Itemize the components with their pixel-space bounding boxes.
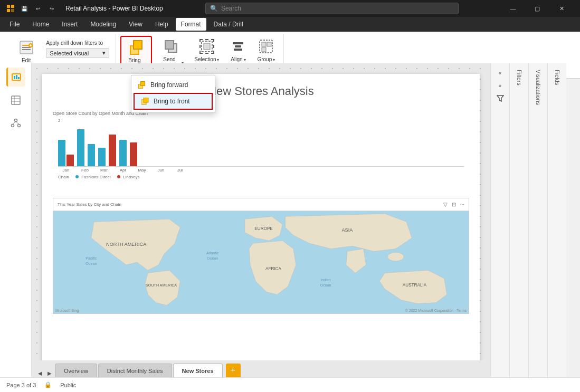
menu-file[interactable]: File [4, 18, 25, 31]
align-dropdown-arrow: ▾ [244, 58, 246, 62]
pacific-ocean-label: Pacific [85, 256, 97, 261]
legend-fashions-dot [75, 175, 79, 178]
bar-jan-teal [58, 140, 65, 166]
maximize-button[interactable]: ▢ [525, 0, 549, 17]
selection-dropdown-arrow: ▾ [217, 58, 219, 62]
menu-bar: File Home Insert Modeling View Help Form… [0, 17, 580, 32]
svg-rect-1 [11, 5, 14, 8]
map-area[interactable]: This Year Sales by City and Chain ▽ ⊡ ··… [53, 198, 469, 314]
x-label-apr: Apr [115, 168, 131, 173]
search-icon: 🔍 [210, 5, 218, 12]
filters-panel-tab[interactable]: Filters [509, 63, 528, 377]
sidebar-model-icon[interactable] [6, 114, 25, 133]
undo-icon[interactable]: ↩ [34, 4, 42, 13]
x-label-jan: Jan [58, 168, 74, 173]
map-expand-icon[interactable]: ⊡ [452, 202, 456, 207]
group-button[interactable]: Group ▾ [253, 36, 279, 65]
x-label-jul: Jul [172, 168, 188, 173]
svg-rect-15 [234, 49, 242, 51]
chart-title: Open Store Count by Open Month and Chain [53, 111, 469, 116]
world-map-svg: NORTH AMERICA SOUTH AMERICA EUROPE AFRIC… [53, 211, 469, 313]
bar-group-feb [77, 129, 84, 166]
svg-rect-24 [16, 75, 17, 79]
align-button[interactable]: Align ▾ [225, 36, 251, 65]
group-label: Group [257, 56, 272, 63]
bar-apr-teal [98, 148, 106, 166]
svg-text:Ocean: Ocean [320, 283, 331, 288]
australia-label: AUSTRALIA [403, 283, 427, 288]
minimize-button[interactable]: — [501, 0, 525, 17]
send-backward-icon [163, 38, 179, 55]
menu-modeling[interactable]: Modeling [85, 18, 121, 31]
dropdown-value: Selected visual [50, 50, 89, 56]
redo-icon[interactable]: ↪ [47, 4, 56, 13]
canvas-background: New Stores Analysis Open Store Count by … [32, 63, 490, 365]
svg-rect-14 [235, 45, 241, 47]
fields-label: Fields [554, 70, 560, 85]
map-footer-right: © 2022 Microsoft Corporation · Terms [405, 309, 467, 312]
page-title: New Stores Analysis [42, 74, 480, 98]
window-controls: — ▢ ✕ [501, 0, 574, 17]
bring-forward-dropdown-item[interactable]: Bring forward [131, 78, 215, 92]
svg-rect-12 [204, 43, 210, 50]
map-more-icon[interactable]: ··· [460, 202, 464, 207]
next-page-button[interactable]: ▶ [45, 369, 54, 377]
collapse-left-arrow[interactable]: « [495, 68, 506, 78]
map-title-small: This Year Sales by City and Chain [58, 202, 121, 207]
svg-rect-21 [144, 98, 148, 102]
atlantic-ocean-label: Atlantic [206, 251, 219, 255]
overview-tab[interactable]: Overview [55, 364, 97, 377]
page-tabs: ◀ ▶ Overview District Monthly Sales New … [32, 360, 490, 377]
svg-rect-3 [11, 9, 14, 12]
fields-panel-tab[interactable]: Fields [547, 63, 566, 377]
bar-chart[interactable]: Open Store Count by Open Month and Chain… [53, 111, 469, 185]
bring-forward-dropdown: Bring forward Bring to front [131, 75, 215, 113]
bar-group-apr [98, 148, 106, 166]
svg-rect-23 [14, 76, 15, 79]
title-bar: 💾 ↩ ↪ Retail Analysis - Power BI Desktop… [0, 0, 580, 17]
app-title: Retail Analysis - Power BI Desktop [65, 5, 163, 12]
menu-format[interactable]: Format [176, 18, 206, 31]
collapse-arrow2[interactable]: « [495, 80, 506, 91]
search-box[interactable]: 🔍 Search [205, 3, 459, 14]
svg-point-32 [17, 125, 20, 127]
menu-data-drill[interactable]: Data / Drill [208, 18, 249, 31]
menu-help[interactable]: Help [150, 18, 174, 31]
svg-rect-19 [262, 47, 266, 52]
selected-visual-dropdown[interactable]: Selected visual ▾ [46, 48, 109, 58]
sidebar-report-icon[interactable] [6, 68, 25, 87]
visibility-label: Public [60, 382, 76, 388]
north-america-label: NORTH AMERICA [106, 242, 147, 247]
prev-page-button[interactable]: ◀ [36, 369, 44, 377]
map-filter-icon[interactable]: ▽ [443, 202, 448, 207]
legend-chain-label: Chain [58, 175, 69, 179]
menu-insert[interactable]: Insert [56, 18, 83, 31]
selection-button[interactable]: Selection ▾ [190, 36, 223, 65]
status-bar: Page 3 of 3 🔒 Public [0, 377, 580, 392]
sidebar-data-icon[interactable] [6, 91, 25, 110]
bring-to-front-dropdown-icon [141, 97, 149, 106]
new-stores-tab[interactable]: New Stores [173, 364, 223, 377]
svg-marker-40 [497, 95, 503, 101]
page-info: Page 3 of 3 [6, 382, 36, 388]
align-label: Align [231, 56, 242, 63]
filter-panel-icon[interactable] [495, 93, 506, 103]
close-button[interactable]: ✕ [549, 0, 574, 17]
svg-rect-2 [7, 9, 10, 12]
visualizations-panel-tab[interactable]: Visualizations [528, 63, 547, 377]
menu-home[interactable]: Home [27, 18, 54, 31]
bar-group-jan [58, 140, 74, 166]
x-label-mar: Mar [96, 168, 112, 173]
legend-fashions-label: Fashions Direct [81, 175, 111, 179]
canvas-page[interactable]: New Stores Analysis Open Store Count by … [42, 74, 480, 365]
svg-point-36 [387, 253, 404, 261]
svg-rect-17 [262, 42, 266, 46]
bring-to-front-dropdown-item[interactable]: Bring to front [134, 93, 213, 110]
menu-view[interactable]: View [123, 18, 148, 31]
add-page-button[interactable]: + [226, 364, 241, 377]
visualizations-label: Visualizations [535, 70, 541, 105]
svg-rect-13 [233, 42, 243, 44]
svg-line-34 [16, 122, 19, 125]
save-icon[interactable]: 💾 [20, 4, 28, 13]
district-monthly-tab[interactable]: District Monthly Sales [98, 364, 172, 377]
